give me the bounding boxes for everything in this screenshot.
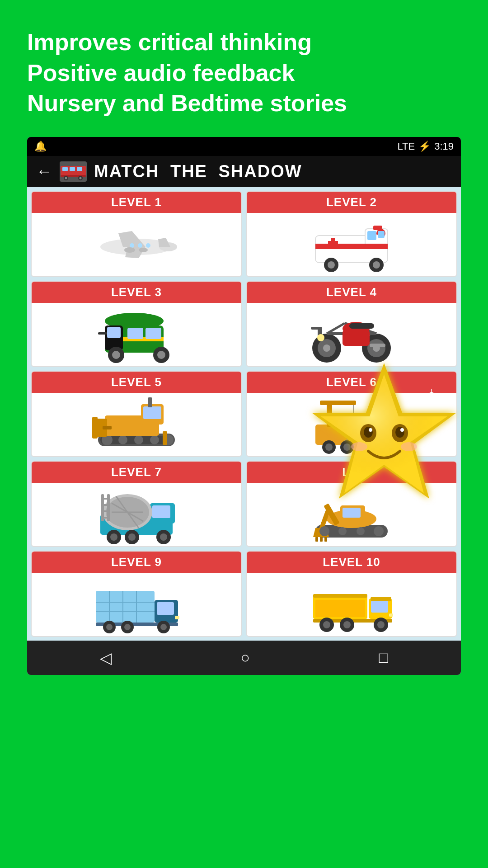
svg-point-152	[343, 621, 351, 628]
svg-rect-78	[163, 431, 167, 445]
svg-point-69	[150, 435, 159, 444]
svg-point-68	[134, 435, 143, 444]
svg-rect-2	[62, 167, 68, 171]
time-display: 3:19	[434, 141, 454, 152]
svg-point-139	[124, 624, 131, 630]
svg-rect-126	[96, 591, 155, 623]
app-icon	[60, 161, 87, 182]
level-5-card[interactable]: LEVEL 5	[31, 371, 242, 457]
svg-rect-75	[92, 417, 98, 439]
svg-point-122	[319, 526, 329, 536]
svg-rect-29	[367, 231, 376, 240]
status-bar-right: LTE ⚡ 3:19	[397, 141, 454, 152]
svg-rect-95	[152, 505, 170, 518]
svg-rect-40	[107, 327, 121, 338]
svg-rect-134	[175, 616, 179, 619]
bottom-nav: ◁ ○ □	[27, 641, 461, 675]
level-10-card[interactable]: LEVEL 10	[246, 551, 457, 637]
level-1-card[interactable]: LEVEL 1	[31, 191, 242, 277]
svg-rect-146	[371, 597, 391, 601]
level-6-image	[247, 393, 456, 456]
level-2-card[interactable]: LEVEL 2	[246, 191, 457, 277]
svg-line-56	[327, 323, 345, 334]
svg-rect-59	[349, 323, 374, 329]
promo-line-2: Positive audio feedback	[27, 58, 461, 89]
svg-rect-73	[143, 406, 161, 419]
nav-square-button[interactable]: □	[379, 649, 389, 666]
svg-rect-77	[148, 397, 152, 407]
svg-rect-147	[389, 613, 393, 617]
svg-point-15	[130, 243, 134, 248]
svg-point-32	[328, 261, 335, 269]
svg-point-9	[80, 177, 82, 179]
svg-rect-61	[311, 327, 322, 330]
back-button[interactable]: ←	[36, 162, 52, 181]
level-9-image	[32, 573, 241, 636]
level-1-label: LEVEL 1	[32, 192, 241, 213]
svg-point-123	[338, 527, 347, 535]
svg-point-124	[357, 527, 365, 535]
svg-rect-42	[145, 328, 161, 339]
svg-point-19	[139, 248, 148, 252]
svg-rect-133	[157, 602, 174, 615]
level-10-label: LEVEL 10	[247, 552, 456, 573]
level-6-card[interactable]: LEVEL 6	[246, 371, 457, 457]
signal-icon: LTE	[397, 141, 415, 152]
svg-rect-104	[101, 504, 110, 506]
level-5-image	[32, 393, 241, 456]
level-6-label: LEVEL 6	[247, 372, 456, 393]
svg-point-110	[128, 533, 136, 541]
nav-home-button[interactable]: ○	[240, 649, 250, 666]
level-9-label: LEVEL 9	[32, 552, 241, 573]
svg-rect-3	[70, 167, 75, 171]
status-bar-left: 🔔	[34, 141, 47, 152]
svg-point-137	[106, 624, 113, 630]
svg-marker-14	[158, 238, 170, 247]
level-9-card[interactable]: LEVEL 9	[31, 551, 242, 637]
level-3-card[interactable]: LEVEL 3	[31, 281, 242, 367]
title-shadow: SHADOW	[219, 162, 302, 181]
level-3-label: LEVEL 3	[32, 282, 241, 303]
svg-point-88	[325, 443, 333, 451]
svg-rect-41	[127, 328, 143, 339]
svg-point-92	[373, 443, 380, 451]
svg-rect-155	[315, 600, 365, 617]
svg-rect-23	[315, 244, 388, 249]
svg-rect-82	[327, 402, 332, 427]
svg-point-90	[343, 443, 351, 451]
svg-rect-81	[367, 418, 385, 429]
svg-rect-30	[378, 231, 385, 238]
svg-rect-25	[328, 241, 338, 245]
svg-point-154	[377, 621, 385, 628]
status-bar: 🔔 LTE ⚡ 3:19	[27, 137, 461, 156]
svg-point-17	[146, 243, 150, 248]
svg-rect-120	[320, 537, 323, 542]
svg-point-46	[157, 351, 165, 359]
svg-rect-143	[313, 594, 367, 598]
level-7-card[interactable]: LEVEL 7	[31, 461, 242, 547]
svg-point-44	[112, 351, 120, 359]
app-title: MAtch THE SHADOW	[94, 162, 302, 181]
nav-back-button[interactable]: ◁	[100, 649, 112, 667]
svg-point-53	[323, 344, 330, 352]
level-4-label: LEVEL 4	[247, 282, 456, 303]
svg-point-150	[323, 621, 330, 628]
svg-point-112	[160, 533, 167, 541]
title-match: MAtch	[94, 162, 159, 181]
level-4-card[interactable]: LEVEL 4	[246, 281, 457, 367]
level-4-image	[247, 303, 456, 366]
level-8-label: L...	[247, 462, 456, 483]
svg-rect-106	[101, 517, 110, 519]
level-2-image	[247, 213, 456, 276]
svg-point-141	[160, 624, 167, 630]
level-7-label: LEVEL 7	[32, 462, 241, 483]
svg-point-34	[373, 261, 380, 269]
levels-grid: LEVEL 1	[27, 187, 461, 641]
level-8-card[interactable]: L...	[246, 461, 457, 547]
svg-point-125	[374, 526, 384, 536]
svg-rect-83	[320, 401, 356, 405]
promo-text: Improves critical thinking Positive audi…	[0, 0, 488, 137]
promo-line-3: Nursery and Bedtime stories	[27, 88, 461, 119]
svg-rect-47	[98, 332, 107, 335]
svg-point-7	[65, 177, 67, 179]
